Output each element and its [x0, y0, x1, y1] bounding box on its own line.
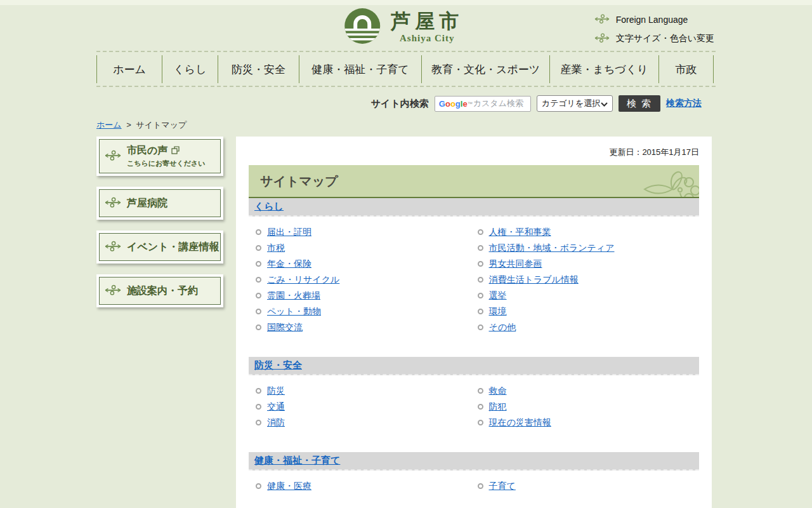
sitemap-link[interactable]: その他	[489, 322, 516, 333]
bullet-icon	[256, 229, 261, 235]
nav-item-kenkou[interactable]: 健康・福祉・子育て	[299, 55, 421, 83]
search-help-link[interactable]: 検索方法	[666, 98, 702, 109]
sitemap-link[interactable]: 防災	[267, 385, 285, 397]
section-column-right: 救命 防犯 現在の災害情報	[478, 386, 700, 434]
list-item: 人権・平和事業	[478, 227, 700, 237]
category-select[interactable]: カテゴリを選択	[537, 95, 613, 112]
sitemap-section-kenkou: 健康・福祉・子育て 健康・医療 子育て	[249, 452, 699, 497]
nav-item-kyouiku[interactable]: 教育・文化・スポーツ	[421, 55, 549, 83]
section-column-right: 子育て	[478, 481, 700, 497]
list-item: 消費生活トラブル情報	[478, 275, 700, 284]
nav-separator	[96, 86, 716, 87]
bullet-icon	[256, 388, 261, 394]
sidebar-button-inner: 施設案内・予約	[99, 277, 221, 305]
bullet-icon	[478, 404, 483, 410]
section-gap	[236, 434, 712, 452]
sitemap-link[interactable]: 消費生活トラブル情報	[489, 274, 579, 286]
trademark-symbol: ™	[468, 101, 473, 107]
sitemap-link[interactable]: 男女共同参画	[489, 258, 542, 270]
sitemap-link[interactable]: 消防	[267, 417, 285, 429]
sitemap-link[interactable]: 健康・医療	[267, 481, 311, 492]
sitemap-link[interactable]: ペット・動物	[267, 306, 321, 318]
text-size-color-link[interactable]: 文字サイズ・色合い変更	[594, 33, 714, 44]
section-columns: 健康・医療 子育て	[249, 471, 699, 497]
list-item: ごみ・リサイクル	[256, 275, 478, 284]
breadcrumb-current: サイトマップ	[136, 120, 187, 130]
text-size-color-label: 文字サイズ・色合い変更	[616, 33, 714, 44]
bullet-icon	[256, 309, 261, 314]
section-header-band: 健康・福祉・子育て	[249, 452, 699, 471]
list-item: その他	[478, 323, 700, 332]
search-button[interactable]: 検 索	[619, 95, 660, 112]
global-nav: ホーム くらし 防災・安全 健康・福祉・子育て 教育・文化・スポーツ 産業・まち…	[96, 55, 716, 83]
bullet-icon	[478, 324, 483, 330]
sidebar: 市民の声 こちらにお寄せください	[96, 137, 223, 318]
main-content-panel: 更新日：2015年1月17日 サイトマップ	[236, 137, 712, 508]
sitemap-link[interactable]: 市税	[267, 243, 285, 254]
list-item: 現在の災害情報	[478, 418, 700, 427]
sitemap-link[interactable]: ごみ・リサイクル	[267, 274, 339, 286]
city-logo-icon	[344, 8, 381, 47]
sitemap-link[interactable]: 年金・保険	[267, 258, 311, 270]
sidebar-button-event-info[interactable]: イベント・講座情報	[96, 231, 223, 264]
breadcrumb-separator: >	[126, 120, 131, 130]
sidebar-button-sublabel: こちらにお寄せください	[127, 159, 206, 168]
sitemap-link[interactable]: 届出・証明	[267, 227, 311, 238]
list-item: 環境	[478, 307, 700, 316]
sitemap-link[interactable]: 人権・平和事業	[489, 227, 551, 238]
sitemap-link[interactable]: 市民活動・地域・ボランティア	[489, 243, 615, 254]
top-strip	[0, 0, 812, 5]
nav-item-sangyou[interactable]: 産業・まちづくり	[549, 55, 658, 83]
nav-item-home[interactable]: ホーム	[96, 55, 162, 83]
search-label: サイト内検索	[371, 98, 429, 110]
foreign-language-link[interactable]: Foreign Language	[594, 14, 714, 25]
sitemap-link[interactable]: 防犯	[489, 401, 507, 413]
list-item: 年金・保険	[256, 259, 478, 269]
sitemap-link[interactable]: 子育て	[489, 481, 516, 492]
sitemap-link[interactable]: 環境	[489, 306, 507, 318]
sitemap-link[interactable]: 霊園・火葬場	[267, 290, 320, 302]
list-item: 国際交流	[256, 323, 478, 332]
bullet-icon	[478, 309, 483, 314]
site-search-bar: サイト内検索 Google™カスタム検索 カテゴリを選択 検 索 検索方法	[96, 95, 702, 112]
search-input[interactable]: Google™カスタム検索	[435, 96, 531, 112]
bullet-icon	[256, 483, 261, 489]
list-item: 交通	[256, 402, 478, 411]
section-title-link[interactable]: 防災・安全	[254, 359, 302, 371]
breadcrumb-home-link[interactable]: ホーム	[96, 120, 122, 130]
body-row: 市民の声 こちらにお寄せください	[96, 137, 716, 508]
external-link-icon	[171, 145, 180, 157]
section-header-band: くらし	[249, 198, 699, 217]
list-item: 届出・証明	[256, 227, 478, 237]
ornament-arrow-icon	[105, 197, 121, 210]
section-columns: 届出・証明 市税 年金・保険 ごみ・リサイクル 霊園・火葬場 ペット・動物 国際…	[249, 217, 699, 338]
list-item: 防災	[256, 386, 478, 396]
list-item: 選挙	[478, 291, 700, 300]
sidebar-button-label: 芦屋病院	[127, 197, 167, 210]
sidebar-button-shimin-no-koe[interactable]: 市民の声 こちらにお寄せください	[96, 137, 223, 176]
ornament-arrow-icon	[594, 33, 610, 44]
bullet-icon	[478, 483, 483, 489]
sidebar-button-facility-reserve[interactable]: 施設案内・予約	[96, 274, 223, 307]
list-item: 消防	[256, 418, 478, 427]
sitemap-link[interactable]: 救命	[489, 385, 507, 397]
section-title-link[interactable]: 健康・福祉・子育て	[254, 455, 340, 467]
section-title-link[interactable]: くらし	[254, 201, 284, 213]
sitemap-link[interactable]: 選挙	[489, 290, 507, 302]
site-logo-link[interactable]: 芦屋市 Ashiya City	[344, 8, 463, 47]
bullet-icon	[256, 404, 261, 410]
nav-item-bousai[interactable]: 防災・安全	[218, 55, 299, 83]
bullet-icon	[478, 261, 483, 267]
nav-item-shisei[interactable]: 市政	[658, 55, 714, 83]
sitemap-link[interactable]: 交通	[267, 401, 285, 413]
sidebar-button-label: 市民の声	[127, 144, 167, 157]
sitemap-link[interactable]: 現在の災害情報	[489, 417, 551, 429]
nav-item-kurashi[interactable]: くらし	[162, 55, 218, 83]
ornament-arrow-icon	[105, 284, 121, 298]
section-column-right: 人権・平和事業 市民活動・地域・ボランティア 男女共同参画 消費生活トラブル情報…	[478, 227, 700, 338]
bullet-icon	[478, 245, 483, 251]
sitemap-link[interactable]: 国際交流	[267, 322, 303, 333]
section-column-left: 届出・証明 市税 年金・保険 ごみ・リサイクル 霊園・火葬場 ペット・動物 国際…	[256, 227, 478, 338]
sidebar-button-ashiya-hospital[interactable]: 芦屋病院	[96, 187, 223, 220]
sidebar-button-inner: イベント・講座情報	[99, 233, 221, 261]
